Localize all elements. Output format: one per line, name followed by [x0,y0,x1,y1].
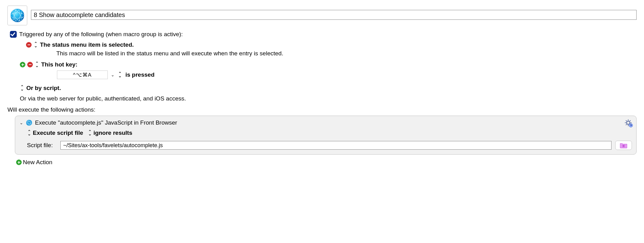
svg-line-30 [624,147,625,147]
hotkey-menu-chevron-icon[interactable]: ⌄ [111,72,115,77]
svg-rect-20 [629,120,631,122]
trigger-status-menu-title: The status menu item is selected. [40,41,134,48]
macro-icon[interactable] [7,6,27,25]
svg-point-5 [13,14,14,15]
add-trigger-button[interactable] [20,62,25,67]
disclosure-chevron-icon[interactable]: ⌄ [20,120,23,125]
timeout-clock-icon [629,123,633,127]
execute-mode-label: Execute script file [33,130,83,136]
hotkey-condition-label: is pressed [125,71,154,78]
globe-icon [10,8,25,23]
macro-title-input[interactable] [31,10,637,20]
results-mode-stepper[interactable] [88,130,92,135]
svg-rect-21 [626,124,627,125]
svg-point-24 [623,145,624,147]
svg-rect-22 [626,120,627,122]
trigger-type-stepper[interactable] [34,42,37,47]
new-action-label: New Action [23,159,52,166]
trigger-status-menu-desc: This macro will be listed in the status … [56,50,637,57]
script-file-input[interactable] [60,141,611,150]
action-panel: ⌄ Execute "autocomplete.js" JavaScript i… [15,116,637,155]
triggers-enabled-checkbox[interactable] [10,31,17,38]
action-settings-button[interactable] [624,119,632,126]
web-server-note: Or via the web server for public, authen… [20,95,637,102]
svg-line-29 [622,145,623,145]
browse-file-button[interactable] [615,141,632,150]
execute-mode-stepper[interactable] [28,130,31,135]
remove-trigger-button[interactable] [26,42,32,48]
svg-rect-19 [630,122,632,123]
results-mode-label: ignore results [94,130,133,136]
or-by-script-label: Or by script. [26,85,61,92]
svg-point-6 [15,10,16,11]
svg-line-31 [624,145,625,145]
svg-point-8 [20,20,20,21]
svg-rect-16 [628,119,629,121]
svg-line-32 [622,147,623,147]
action-title: Execute "autocomplete.js" JavaScript in … [35,119,177,126]
trigger-hotkey-title: This hot key: [41,61,77,68]
script-file-label: Script file: [27,142,57,149]
svg-point-7 [21,13,22,14]
svg-point-9 [14,19,15,20]
folder-icon [620,142,628,148]
globe-icon [26,119,33,126]
svg-rect-18 [625,122,626,123]
triggers-heading: Triggered by any of the following (when … [19,31,183,38]
svg-rect-17 [628,125,629,126]
or-by-script-stepper[interactable] [20,86,24,91]
remove-trigger-button[interactable] [27,62,33,67]
trigger-type-stepper[interactable] [35,62,39,67]
hotkey-field[interactable]: ^⌥⌘A [57,70,108,79]
new-action-button[interactable] [16,160,22,165]
svg-point-10 [22,17,23,18]
svg-point-0 [11,9,24,22]
hotkey-condition-stepper[interactable] [118,72,122,77]
actions-heading: Will execute the following actions: [7,106,637,113]
